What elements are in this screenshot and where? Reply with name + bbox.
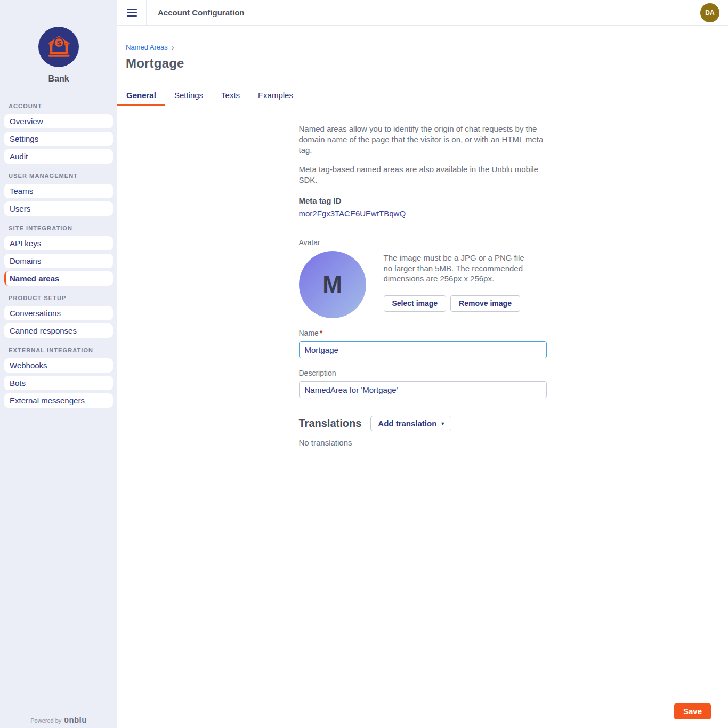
header-divider bbox=[146, 0, 147, 26]
nav-section-header: PRODUCT SETUP bbox=[0, 295, 117, 301]
caret-down-icon: ▾ bbox=[441, 421, 444, 426]
nav-section-header: USER MANAGEMENT bbox=[0, 173, 117, 179]
sidebar-item-conversations[interactable]: Conversations bbox=[4, 306, 113, 320]
named-area-avatar: M bbox=[299, 251, 366, 318]
brand-block: $ Bank bbox=[0, 0, 117, 84]
nav-section-user-management: USER MANAGEMENT Teams Users bbox=[0, 173, 117, 216]
required-asterisk: * bbox=[320, 329, 322, 337]
select-image-button[interactable]: Select image bbox=[384, 295, 447, 312]
save-button[interactable]: Save bbox=[674, 703, 711, 719]
menu-icon[interactable] bbox=[126, 6, 139, 19]
name-label: Name* bbox=[299, 329, 547, 337]
sidebar-item-users[interactable]: Users bbox=[4, 201, 113, 216]
tab-examples[interactable]: Examples bbox=[249, 85, 302, 106]
translations-header-row: Translations Add translation ▾ bbox=[299, 416, 547, 431]
name-input[interactable] bbox=[299, 341, 547, 358]
description-input[interactable] bbox=[299, 381, 547, 398]
sidebar-item-canned-responses[interactable]: Canned responses bbox=[4, 323, 113, 338]
breadcrumb-link-named-areas[interactable]: Named Areas bbox=[126, 43, 168, 51]
account-brand-name: Bank bbox=[0, 74, 117, 84]
tab-texts[interactable]: Texts bbox=[212, 85, 249, 106]
tab-bar: General Settings Texts Examples bbox=[117, 85, 728, 106]
page-head: Named Areas › Mortgage bbox=[117, 26, 728, 71]
avatar-row: M The image must be a JPG or a PNG file … bbox=[299, 251, 547, 318]
sidebar-item-overview[interactable]: Overview bbox=[4, 114, 113, 128]
nav-section-header: EXTERNAL INTEGRATION bbox=[0, 347, 117, 353]
description-label: Description bbox=[299, 369, 547, 377]
sidebar-item-api-keys[interactable]: API keys bbox=[4, 236, 113, 250]
user-avatar[interactable]: DA bbox=[700, 3, 719, 22]
app-root: $ Bank ACCOUNT Overview Settings Audit U… bbox=[0, 0, 728, 728]
avatar-side: The image must be a JPG or a PNG file no… bbox=[384, 251, 536, 318]
nav-section-header: ACCOUNT bbox=[0, 103, 117, 109]
sidebar: $ Bank ACCOUNT Overview Settings Audit U… bbox=[0, 0, 117, 728]
powered-by: Powered by ʋnblu bbox=[0, 715, 117, 728]
sidebar-item-external-messengers[interactable]: External messengers bbox=[4, 393, 113, 408]
main-area: Account Configuration DA Named Areas › M… bbox=[117, 0, 728, 728]
svg-text:$: $ bbox=[56, 39, 61, 47]
nav-section-header: SITE INTEGRATION bbox=[0, 225, 117, 231]
page-title: Mortgage bbox=[126, 56, 719, 71]
top-header: Account Configuration DA bbox=[117, 0, 728, 26]
sidebar-item-audit[interactable]: Audit bbox=[4, 149, 113, 164]
breadcrumb: Named Areas › bbox=[126, 43, 719, 51]
name-label-text: Name bbox=[299, 329, 319, 337]
action-footer: Save bbox=[117, 694, 728, 728]
nav-section-account: ACCOUNT Overview Settings Audit bbox=[0, 103, 117, 164]
intro-paragraph-2: Meta tag-based named areas are also avai… bbox=[299, 164, 547, 185]
bank-logo-icon: $ bbox=[38, 27, 79, 67]
form-column: Named areas allow you to identify the or… bbox=[299, 124, 547, 447]
header-title: Account Configuration bbox=[158, 8, 244, 17]
avatar-buttons: Select image Remove image bbox=[384, 295, 536, 312]
intro-paragraph-1: Named areas allow you to identify the or… bbox=[299, 124, 547, 156]
nav-section-product-setup: PRODUCT SETUP Conversations Canned respo… bbox=[0, 295, 117, 338]
meta-tag-id-label: Meta tag ID bbox=[299, 196, 547, 205]
sidebar-item-webhooks[interactable]: Webhooks bbox=[4, 358, 113, 373]
sidebar-item-bots[interactable]: Bots bbox=[4, 376, 113, 390]
powered-by-label: Powered by bbox=[30, 717, 61, 724]
page-content: Named Areas › Mortgage General Settings … bbox=[117, 26, 728, 694]
remove-image-button[interactable]: Remove image bbox=[450, 295, 520, 312]
add-translation-button[interactable]: Add translation ▾ bbox=[370, 416, 451, 431]
chevron-right-icon: › bbox=[172, 43, 174, 51]
avatar-hint: The image must be a JPG or a PNG file no… bbox=[384, 253, 536, 284]
unblu-logo: ʋnblu bbox=[64, 715, 86, 724]
sidebar-nav: ACCOUNT Overview Settings Audit USER MAN… bbox=[0, 103, 117, 417]
tab-general[interactable]: General bbox=[117, 85, 165, 106]
translations-heading: Translations bbox=[299, 417, 362, 430]
no-translations-text: No translations bbox=[299, 438, 547, 447]
sidebar-item-domains[interactable]: Domains bbox=[4, 254, 113, 268]
meta-tag-id-value: mor2Fgx3TACE6UEwtTBqwQ bbox=[299, 209, 547, 218]
tab-settings[interactable]: Settings bbox=[165, 85, 212, 106]
sidebar-item-teams[interactable]: Teams bbox=[4, 184, 113, 198]
avatar-label: Avatar bbox=[299, 238, 547, 247]
sidebar-item-named-areas[interactable]: Named areas bbox=[4, 271, 113, 286]
add-translation-label: Add translation bbox=[378, 419, 436, 428]
nav-section-external-integration: EXTERNAL INTEGRATION Webhooks Bots Exter… bbox=[0, 347, 117, 408]
sidebar-item-settings[interactable]: Settings bbox=[4, 132, 113, 146]
nav-section-site-integration: SITE INTEGRATION API keys Domains Named … bbox=[0, 225, 117, 286]
